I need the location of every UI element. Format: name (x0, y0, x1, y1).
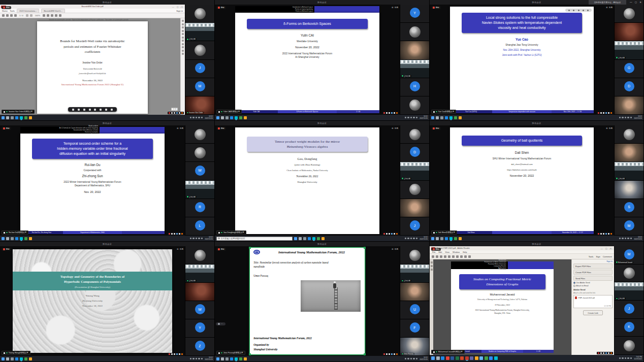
participant-tile[interactable]: MMuhammad Javaid (615, 246, 643, 265)
meeting-mini-toolbar[interactable] (597, 352, 614, 355)
meeting-icon[interactable] (20, 357, 23, 360)
task-view-icon[interactable] (303, 237, 306, 240)
explorer-icon[interactable] (244, 357, 247, 360)
layout-button[interactable]: ⊞布局 (392, 248, 398, 250)
windows-taskbar[interactable]: 14:012022/11/20 (430, 115, 643, 120)
create-link-button[interactable]: Create Link (583, 310, 602, 315)
windows-taskbar[interactable]: 14:012022/11/20 (0, 236, 214, 241)
mini-toolbar-icon-3[interactable] (176, 353, 178, 355)
floating-tool-icon[interactable] (72, 109, 74, 111)
layout-button[interactable]: ⊞布局 (392, 127, 398, 129)
tab-home[interactable]: Home (2, 10, 8, 13)
participant-tile[interactable]: 上海大学 (185, 181, 214, 199)
mini-toolbar-icon-1[interactable] (171, 233, 173, 235)
folder-icon[interactable] (475, 356, 478, 360)
wechat-icon[interactable] (24, 357, 27, 360)
participant-tile[interactable] (185, 125, 214, 144)
zoom-in-icon[interactable] (30, 14, 33, 17)
print-icon[interactable] (6, 14, 9, 17)
participant-tile[interactable] (400, 283, 429, 301)
windows-taskbar[interactable]: 14:012022/11/20 (430, 236, 643, 241)
participant-tile[interactable] (185, 5, 214, 23)
mini-toolbar-icon-4[interactable] (394, 233, 396, 235)
tray-icon-1[interactable] (192, 358, 195, 360)
windows-taskbar[interactable]: 在这里输入你要搜索的内容14:012022/11/20 (215, 236, 429, 241)
tray-icon-1[interactable] (407, 238, 409, 240)
pane-sign[interactable]: Sign (596, 255, 600, 258)
meeting-icon[interactable] (20, 116, 23, 119)
mini-toolbar-icon-2[interactable] (389, 353, 391, 355)
mini-toolbar-icon-5[interactable] (396, 112, 398, 114)
mini-toolbar-icon-5[interactable] (181, 353, 183, 355)
screen-share-banner[interactable]: Jeanine Van Order的屏幕共享 (2, 110, 35, 114)
start-icon[interactable] (431, 237, 434, 240)
meeting-icon[interactable] (449, 237, 453, 240)
tools-row[interactable]: Send Files (573, 276, 613, 281)
layout-button[interactable]: ⊞布局 (177, 127, 183, 129)
wechat-icon[interactable] (239, 116, 242, 119)
participant-tile[interactable]: D (615, 78, 643, 96)
tray-icon-0[interactable] (190, 117, 192, 119)
tray-icon-1[interactable] (192, 117, 195, 119)
mini-toolbar-icon-5[interactable] (181, 233, 183, 235)
meeting-titlebar[interactable]: 腾讯会议 (215, 242, 429, 246)
participant-tile[interactable] (615, 5, 643, 23)
windows-taskbar[interactable]: 14:012022/11/20 (0, 115, 214, 120)
tray-icon-2[interactable] (625, 238, 627, 240)
screen-share-banner[interactable]: Yutong Wang的屏幕共享 (2, 351, 30, 355)
floating-tool-icon[interactable] (100, 109, 102, 111)
menu-file[interactable]: File (432, 251, 435, 253)
wechat-icon[interactable] (24, 116, 27, 119)
tray-icon-3[interactable] (198, 238, 200, 240)
browser-corner-tab[interactable]: 国际青年数学家论坛 - 腾讯会议 (589, 0, 626, 5)
mini-toolbar-icon-3[interactable] (605, 233, 607, 235)
search-icon[interactable] (14, 14, 17, 17)
pane-comment[interactable]: Comment (603, 255, 612, 258)
start-icon[interactable] (294, 237, 297, 240)
meeting-icon[interactable] (235, 116, 238, 119)
mini-toolbar-icon-5[interactable] (396, 353, 398, 355)
mini-toolbar-icon-1[interactable] (386, 353, 388, 355)
participant-tile[interactable]: W (185, 301, 214, 319)
document-tab[interactable]: 2022 Internationa... (17, 9, 39, 13)
screen-share-banner[interactable]: Gao Dongfang的屏幕共享 (216, 231, 246, 235)
print-icon[interactable] (440, 255, 442, 258)
participant-tile[interactable]: M (185, 78, 214, 96)
tray-icon-2[interactable] (410, 117, 412, 119)
chat-bubble[interactable]: ⋯ (216, 322, 226, 325)
participant-tile[interactable] (615, 337, 643, 355)
mini-toolbar-icon-0[interactable] (383, 233, 385, 235)
mini-toolbar-icon-5[interactable] (610, 112, 613, 114)
explorer-icon[interactable] (29, 116, 32, 119)
tray-icon-0[interactable] (405, 358, 407, 360)
recording-badge[interactable]: 录制 (2, 6, 11, 9)
pdf-tool-icon[interactable] (182, 43, 184, 45)
taskbar-clock[interactable]: 14:012022/11/20 (205, 357, 213, 360)
tray-icon-0[interactable] (619, 238, 621, 240)
meeting-titlebar[interactable]: 腾讯会议 (0, 121, 214, 125)
windows-taskbar[interactable]: 14:012022/11/20 (215, 356, 429, 361)
wechat-icon[interactable] (454, 116, 457, 119)
participant-tile[interactable]: S (615, 199, 643, 217)
layout-button[interactable]: ⊞布局 (606, 248, 613, 250)
pdf-tool-icon[interactable] (182, 46, 184, 48)
mini-toolbar-icon-3[interactable] (605, 352, 607, 354)
mini-toolbar-icon-2[interactable] (174, 233, 176, 235)
mini-toolbar-icon-3[interactable] (176, 233, 178, 235)
participant-tile[interactable]: 上海大学 (400, 162, 429, 180)
open-icon[interactable] (432, 255, 434, 258)
tab-tools[interactable]: Tools (10, 10, 15, 13)
explorer-icon[interactable] (459, 237, 462, 240)
participant-tile[interactable]: 上海大学 (400, 60, 429, 78)
task-view-icon[interactable] (11, 116, 14, 119)
participant-tile[interactable]: K (615, 319, 643, 337)
nav-tool-icon[interactable] (431, 261, 433, 264)
participant-tile[interactable] (400, 96, 429, 115)
search-icon[interactable] (299, 237, 302, 240)
start-icon[interactable] (2, 237, 5, 240)
floating-tool-icon[interactable] (89, 109, 91, 111)
taskbar-clock[interactable]: 14:012022/11/20 (634, 237, 642, 240)
meeting-icon[interactable] (494, 356, 498, 360)
tools-row[interactable]: Export PDF Files (573, 264, 613, 269)
mini-toolbar-icon-5[interactable] (181, 112, 183, 114)
